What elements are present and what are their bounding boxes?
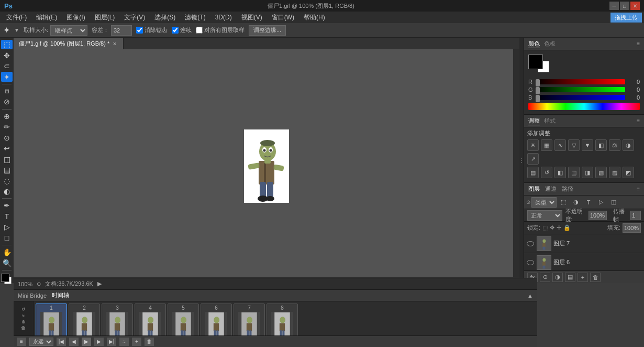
frame-item[interactable]: 4 0.22 ▼ [135,303,166,335]
lock-pos-btn[interactable]: ✛ [557,224,561,231]
delete-layer-button[interactable]: 🗑 [590,273,601,282]
threshold-btn[interactable]: ◨ [582,167,593,178]
adj-panel-expand[interactable]: ≡ [637,118,640,124]
hand-tool[interactable]: ✋ [1,247,13,257]
mini-bridge-tab[interactable]: Mini Bridge [18,292,47,299]
blur-tool[interactable]: ◌ [1,176,13,185]
layer-type-filter[interactable]: 类型 [531,197,557,208]
menu-filter[interactable]: 滤镜(T) [181,12,209,23]
channel-mixer-btn[interactable]: ▤ [527,167,539,178]
menu-select[interactable]: 选择(S) [150,12,180,23]
filter-smart-btn[interactable]: ◫ [608,197,619,208]
color-spectrum[interactable] [528,103,640,110]
filter-pixel-btn[interactable]: ⬚ [558,197,569,208]
first-frame-btn[interactable]: |◀ [57,338,66,346]
propagate-input[interactable] [630,211,641,220]
frame-item[interactable]: 6 0.22 ▼ [201,303,232,335]
channels-tab[interactable]: 通道 [545,185,557,193]
vertical-scrollbar[interactable] [513,49,519,283]
frame-item[interactable]: 2 0.22 ▼ [69,303,100,335]
photo-filter-btn[interactable]: ↗ [527,153,539,165]
filter-adj-btn[interactable]: ◑ [570,197,582,208]
fill-input[interactable] [623,223,641,233]
lock-all-btn[interactable]: 🔒 [563,224,571,231]
menu-type[interactable]: 文字(V) [120,12,149,23]
antialias-checkbox[interactable] [136,27,143,34]
delete-frame-btn[interactable]: 🗑 [145,338,154,346]
layers-tab[interactable]: 图层 [528,185,540,193]
status-arrow-btn[interactable]: ▶ [97,280,102,287]
menu-layer[interactable]: 图层(L) [91,12,119,23]
blue-slider[interactable] [536,95,625,100]
tween-btn[interactable]: ≈ [119,338,129,346]
swatches-tab[interactable]: 色板 [544,40,556,48]
menu-help[interactable]: 帮助(H) [299,12,329,23]
next-frame-btn[interactable]: ▶ [94,338,104,346]
loop-select[interactable]: 永远 一次 3次 [29,338,53,346]
frame-item[interactable]: 1 0.11 ▼ [36,303,67,335]
blend-mode-select[interactable]: 正常 [527,210,562,221]
right-collapse-handle[interactable] [519,38,524,283]
type-tool[interactable]: T [1,212,13,221]
hsl-btn[interactable]: ◧ [595,139,607,151]
adjustments-tab[interactable]: 调整 [528,117,540,125]
move-tool[interactable]: ✥ [1,50,13,60]
filter-type-btn[interactable]: T [583,197,594,208]
doc-tab-close[interactable]: ✕ [113,41,117,47]
eyedropper-tool[interactable]: ⊘ [1,97,13,106]
levels-btn[interactable]: ▦ [541,139,552,151]
pen-tool[interactable]: ✒ [1,201,13,210]
foreground-color[interactable] [1,274,13,283]
layer-visibility[interactable] [526,258,535,267]
frame-item[interactable]: 7 0.11 ▼ [234,303,265,335]
menu-edit[interactable]: 编辑(E) [32,12,61,23]
color-panel-expand[interactable]: ≡ [637,41,640,47]
maximize-button[interactable]: □ [620,2,629,10]
contiguous-checkbox[interactable] [172,27,179,34]
paths-tab[interactable]: 路径 [562,185,573,193]
contiguous-option[interactable]: 连续 [172,26,192,34]
stamp-tool[interactable]: ⊙ [1,133,13,142]
color-balance-btn[interactable]: ⚖ [609,139,620,151]
layer-row[interactable]: 图层 7 [524,234,644,253]
lock-pixel-btn[interactable]: ⬚ [542,224,548,231]
green-slider[interactable] [536,87,625,92]
menu-3d[interactable]: 3D(D) [211,13,236,22]
zoom-tool[interactable]: 🔍 [1,258,13,267]
zoom-info-btn[interactable]: ⊙ [37,281,41,287]
last-frame-btn[interactable]: ▶| [107,338,116,346]
gradient-map-btn[interactable]: ▧ [595,167,607,178]
lock-move-btn[interactable]: ✥ [550,224,554,231]
shape-tool[interactable]: □ [1,233,13,243]
brightness-contrast-btn[interactable]: ☀ [527,139,539,151]
layer-row[interactable]: 图层 6 [524,253,644,270]
antialias-option[interactable]: 消除锯齿 [136,26,168,34]
magic-wand-tool[interactable]: ✦ [1,72,13,81]
layer-visibility[interactable] [526,240,535,248]
new-frame-btn[interactable]: + [132,338,141,346]
styles-tab[interactable]: 样式 [544,117,556,125]
play-btn[interactable]: ▶ [82,338,91,346]
menu-file[interactable]: 文件(F) [2,12,31,23]
adjust-edge-button[interactable]: 调整边缘... [249,25,286,36]
timeline-expand[interactable]: ▲ [527,292,533,299]
posterize-btn[interactable]: ◫ [568,167,580,178]
filter-shape-btn[interactable]: ▷ [595,197,607,208]
menu-window[interactable]: 窗口(W) [268,12,298,23]
add-adjustment-button[interactable]: ◑ [552,273,563,282]
sample-size-select[interactable]: 取样点 3×3平均 5×5平均 [50,25,87,36]
color-lookup-btn[interactable]: ↺ [541,167,552,178]
selective-color-btn[interactable]: ▨ [609,167,620,178]
solid-color-btn[interactable]: ◩ [623,167,634,178]
layers-panel-expand[interactable]: ≡ [637,186,640,192]
drag-upload-button[interactable]: 拖拽上传 [610,13,642,23]
marquee-tool[interactable]: ⬚ [1,40,13,49]
options-menu-btn[interactable]: ≡ [17,338,26,346]
frame-item[interactable]: 8 0.22 ▼ [267,303,298,335]
all-layers-option[interactable]: 对所有图层取样 [196,26,245,34]
black-white-btn[interactable]: ◑ [623,139,634,151]
invert-btn[interactable]: ◧ [554,167,566,178]
frame-item[interactable]: 3 0.11 ▼ [102,303,133,335]
all-layers-checkbox[interactable] [196,27,203,34]
exposure-btn[interactable]: ▽ [568,139,580,151]
